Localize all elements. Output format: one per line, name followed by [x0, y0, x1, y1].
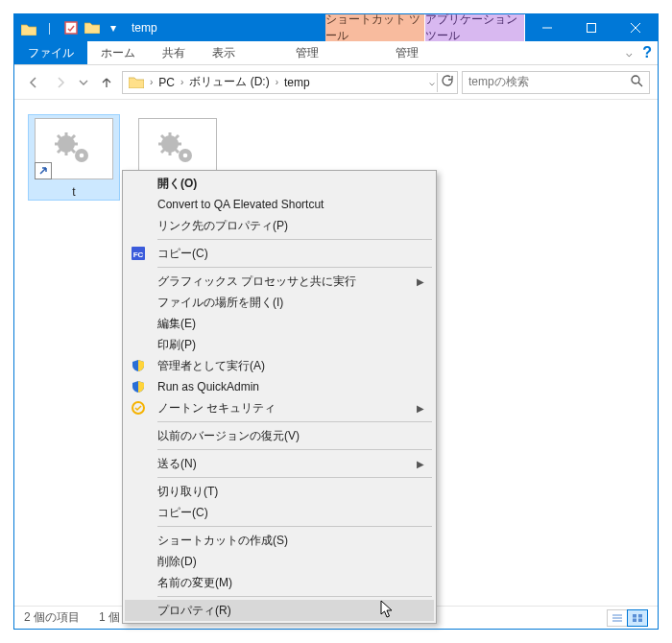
svg-point-5: [632, 76, 639, 83]
status-item-count: 2 個の項目: [24, 609, 80, 626]
contextual-tab-shortcut[interactable]: ショートカット ツール: [325, 14, 425, 41]
ctx-run-as-admin[interactable]: 管理者として実行(A): [125, 355, 434, 376]
folder-icon: [125, 77, 148, 88]
chevron-right-icon: ▶: [417, 276, 424, 287]
context-menu: 開く(O) Convert to QA Elevated Shortcut リン…: [122, 170, 437, 624]
svg-point-18: [183, 154, 188, 158]
tab-file[interactable]: ファイル: [14, 41, 87, 64]
ctx-open[interactable]: 開く(O): [125, 173, 434, 194]
contextual-tab-application[interactable]: アプリケーション ツール: [425, 14, 525, 41]
chevron-right-icon[interactable]: ›: [148, 77, 155, 87]
svg-text:FC: FC: [133, 250, 144, 259]
ctx-link-properties[interactable]: リンク先のプロパティ(P): [125, 215, 434, 236]
tab-share[interactable]: 共有: [149, 41, 199, 64]
svg-line-6: [638, 83, 642, 86]
recent-locations-button[interactable]: [76, 71, 91, 94]
ctx-copy[interactable]: コピー(C): [125, 502, 434, 523]
chevron-right-icon: ▶: [417, 459, 424, 469]
minimize-button[interactable]: [525, 14, 569, 41]
window-title: temp: [124, 14, 165, 41]
file-item-t[interactable]: t: [28, 114, 120, 201]
tab-manage-shortcut[interactable]: 管理: [257, 41, 357, 64]
ctx-create-shortcut[interactable]: ショートカットの作成(S): [125, 530, 434, 551]
address-bar[interactable]: › PC › ボリューム (D:) › temp ⌵: [122, 71, 458, 94]
shield-icon: [131, 379, 146, 394]
ctx-properties[interactable]: プロパティ(R): [125, 600, 434, 621]
chevron-right-icon: ▶: [417, 403, 424, 414]
tab-manage-app[interactable]: 管理: [357, 41, 457, 64]
refresh-icon[interactable]: [440, 74, 453, 90]
gears-icon: [155, 130, 201, 168]
chevron-right-icon[interactable]: ›: [274, 77, 280, 87]
address-dropdown-icon[interactable]: ⌵: [429, 77, 435, 87]
close-button[interactable]: [613, 14, 658, 41]
search-input[interactable]: tempの検索: [462, 71, 650, 94]
file-name: t: [30, 185, 118, 199]
ctx-convert-qa[interactable]: Convert to QA Elevated Shortcut: [125, 194, 434, 215]
ctx-rename[interactable]: 名前の変更(M): [125, 572, 434, 593]
qat-separator: │: [39, 23, 60, 34]
ctx-send-to[interactable]: 送る(N)▶: [125, 453, 434, 474]
forward-button[interactable]: [49, 71, 72, 94]
folder-icon: [21, 22, 36, 34]
ctx-restore-versions[interactable]: 以前のバージョンの復元(V): [125, 425, 434, 446]
ctx-open-location[interactable]: ファイルの場所を開く(I): [125, 292, 434, 313]
view-details-button[interactable]: [607, 609, 628, 627]
qat-properties-icon[interactable]: [60, 21, 82, 35]
tab-view[interactable]: 表示: [199, 41, 249, 64]
search-icon[interactable]: [631, 75, 643, 90]
svg-point-10: [80, 154, 84, 158]
ctx-cut[interactable]: 切り取り(T): [125, 481, 434, 502]
ctx-gpu[interactable]: グラフィックス プロセッサと共に実行▶: [125, 271, 434, 292]
back-button[interactable]: [22, 71, 45, 94]
ctx-quickadmin[interactable]: Run as QuickAdmin: [125, 376, 434, 397]
status-selected-count: 1 個: [99, 609, 120, 626]
tab-home[interactable]: ホーム: [87, 41, 149, 64]
svg-rect-2: [588, 24, 596, 33]
svg-rect-27: [638, 614, 642, 618]
shortcut-overlay-icon: [35, 162, 52, 179]
chevron-right-icon[interactable]: ›: [179, 77, 185, 87]
qat-new-folder-icon[interactable]: [82, 22, 103, 34]
shield-icon: [131, 358, 146, 373]
up-button[interactable]: [95, 71, 118, 94]
norton-icon: [131, 400, 146, 416]
navigation-bar: › PC › ボリューム (D:) › temp ⌵ tempの検索: [14, 65, 658, 100]
fastcopy-icon: FC: [131, 246, 146, 261]
qat-customize-icon[interactable]: ▾: [103, 21, 124, 35]
breadcrumb-drive[interactable]: ボリューム (D:): [185, 74, 273, 90]
svg-rect-0: [65, 22, 77, 34]
ribbon-expand-icon[interactable]: ⌵: [626, 47, 633, 60]
ctx-norton[interactable]: ノートン セキュリティ▶: [125, 397, 434, 418]
svg-rect-28: [633, 618, 636, 622]
view-large-icons-button[interactable]: [627, 609, 648, 627]
ctx-print[interactable]: 印刷(P): [125, 334, 434, 355]
ctx-copy-fc[interactable]: FC コピー(C): [125, 243, 434, 264]
maximize-button[interactable]: [569, 14, 613, 41]
title-bar: │ ▾ temp ショートカット ツール アプリケーション ツール: [14, 14, 658, 41]
file-thumbnail: [35, 118, 113, 179]
svg-rect-29: [638, 618, 642, 622]
ribbon-tabs: ファイル ホーム 共有 表示 管理 管理 ⌵ ?: [14, 41, 658, 65]
breadcrumb-folder[interactable]: temp: [280, 76, 314, 89]
help-icon[interactable]: ?: [642, 44, 652, 61]
search-placeholder: tempの検索: [468, 74, 529, 90]
ctx-edit[interactable]: 編集(E): [125, 313, 434, 334]
gears-icon: [51, 130, 97, 168]
ctx-delete[interactable]: 削除(D): [125, 551, 434, 572]
svg-rect-26: [633, 614, 636, 618]
breadcrumb-pc[interactable]: PC: [155, 76, 179, 89]
